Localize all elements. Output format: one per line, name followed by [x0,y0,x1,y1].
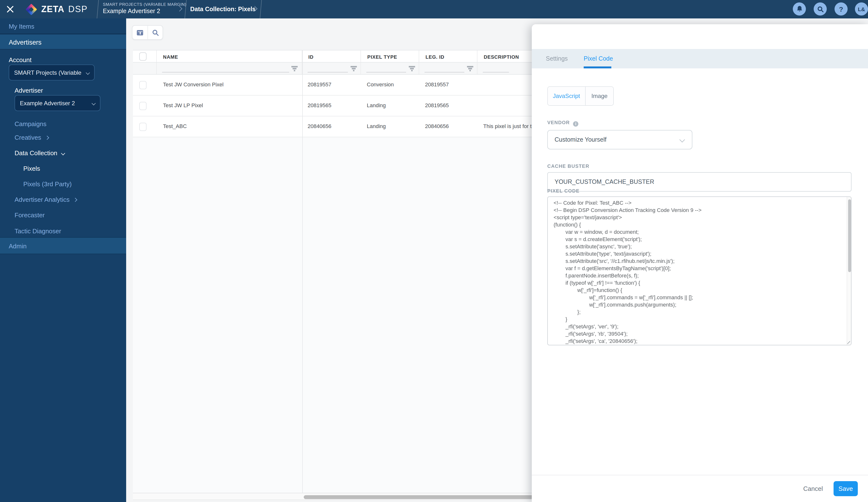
close-icon[interactable] [6,5,14,13]
top-bar: ZETA DSP SMART PROJECTS (VARIABLE MARGIN… [0,0,868,19]
filter-icon[interactable] [350,66,356,71]
tab-pixel-code[interactable]: Pixel Code [584,49,613,69]
tab-settings[interactable]: Settings [546,49,568,69]
advertiser-select-value: Example Advertiser 2 [20,100,75,106]
account-select-value: SMART Projects (Variable M... [14,69,82,76]
column-settings-button[interactable] [133,26,147,39]
cell-leg-id: 20819557 [425,82,449,87]
filter-input[interactable] [162,72,289,73]
bell-icon [796,5,803,13]
brand-logo[interactable]: ZETA DSP [27,0,87,19]
breadcrumb-divider [97,0,99,19]
app-root: ZETA DSP SMART PROJECTS (VARIABLE MARGIN… [0,0,868,502]
sidebar-item-advertisers[interactable]: Advertisers [0,34,126,50]
header-cell-leg-id[interactable]: LEG. ID [419,51,477,62]
code-type-image-button[interactable]: Image [586,87,613,105]
sidebar-item-campaigns[interactable]: Campaigns [14,120,46,127]
brand-dsp: DSP [68,4,87,14]
header-cell-id[interactable]: ID [302,51,361,62]
code-scrollbar-thumb[interactable] [848,199,851,272]
cell-leg-id: 20840656 [425,123,449,129]
advertiser-select[interactable]: Example Advertiser 2 [14,95,101,111]
global-search-button[interactable] [814,2,827,15]
help-button[interactable]: ? [835,2,848,15]
sidebar-item-data-collection[interactable]: Data Collection [14,149,64,157]
pixel-code-textarea[interactable]: <!-- Code for Pixel: Test_ABC --> <!-- B… [547,197,851,345]
sidebar-item-tactic-diagnoser[interactable]: Tactic Diagnoser [14,228,61,235]
resize-handle-icon[interactable] [846,339,850,344]
row-checkbox[interactable] [139,81,146,89]
row-checkbox[interactable] [139,123,146,131]
vendor-select[interactable]: Customize Yourself [547,130,692,149]
filter-icon[interactable] [291,66,298,71]
panel-tabs: Settings Pixel Code [532,49,868,69]
notifications-button[interactable] [793,2,806,15]
sidebar-item-forecaster[interactable]: Forecaster [14,211,45,219]
sidebar-item-pixels[interactable]: Pixels [23,165,40,172]
sidebar-item-label: Campaigns [14,120,46,127]
sidebar-item-label: Data Collection [14,149,57,157]
filter-input[interactable] [366,72,406,73]
filter-input[interactable] [425,72,464,73]
info-icon[interactable]: i [573,121,579,127]
filter-cell-name[interactable] [157,63,302,74]
filter-cell-pixel-type[interactable] [361,63,419,74]
column-label: LEG. ID [425,54,444,60]
pixel-detail-panel: Pixel: Test_ABC Settings Pixel Code Java… [532,24,868,502]
save-button[interactable]: Save [834,481,858,496]
columns-icon [137,30,143,35]
filter-icon[interactable] [467,66,473,71]
account-select[interactable]: SMART Projects (Variable M... [9,64,95,81]
header-cell-name[interactable]: NAME [157,51,302,62]
select-all-checkbox[interactable] [139,52,146,61]
filter-icon[interactable] [409,66,415,71]
sidebar-item-label: Forecaster [14,211,45,219]
pinned-column-divider [302,50,302,500]
account-label: Account [9,56,32,64]
code-scrollbar-track [847,197,851,345]
filter-cell-leg-id[interactable] [419,63,477,74]
breadcrumb-advertiser[interactable]: SMART PROJECTS (VARIABLE MARGIN) Example… [103,2,186,14]
sidebar-item-label: Pixels (3rd Party) [23,180,72,188]
sidebar-item-creatives[interactable]: Creatives [14,134,49,141]
search-icon [817,6,824,12]
sidebar: My Items Advertisers Account SMART Proje… [0,19,126,502]
sidebar-item-advertiser-analytics[interactable]: Advertiser Analytics [14,196,77,203]
code-type-javascript-button[interactable]: JavaScript [548,87,586,105]
filter-cell-id[interactable] [302,63,361,74]
horizontal-scrollbar[interactable] [304,495,537,499]
cell-leg-id: 20819565 [425,102,449,108]
cell-pixel-type: Landing [367,123,386,129]
cell-name: Test JW Conversion Pixel [163,82,224,87]
cell-name: Test_ABC [163,123,187,129]
sidebar-item-my-items[interactable]: My Items [0,19,126,34]
sidebar-item-admin[interactable]: Admin [0,237,126,254]
breadcrumb-page[interactable]: Data Collection: Pixels [190,0,256,19]
cell-id: 20819565 [308,102,331,108]
sidebar-item-pixels-3rd-party[interactable]: Pixels (3rd Party) [23,180,72,188]
header-cell-pixel-type[interactable]: PIXEL TYPE [361,51,419,62]
cache-buster-value: YOUR_CUSTOM_CACHE_BUSTER [555,178,654,185]
header-checkbox-cell [133,51,157,62]
filter-input[interactable] [307,72,348,73]
tab-label: Settings [546,55,568,62]
filter-checkbox-cell [133,63,157,74]
column-label: DESCRIPTION [484,54,519,60]
cancel-button[interactable]: Cancel [803,485,823,492]
breadcrumb-account-label: SMART PROJECTS (VARIABLE MARGIN) [103,2,186,7]
search-icon [152,29,159,36]
breadcrumb-divider [260,0,262,19]
table-search-button[interactable] [147,26,163,39]
filter-input[interactable] [483,72,509,73]
avatar[interactable]: L& [855,2,868,15]
cache-buster-input[interactable]: YOUR_CUSTOM_CACHE_BUSTER [547,172,851,191]
button-label: JavaScript [553,93,580,100]
panel-footer: Cancel Save [532,475,868,502]
sidebar-item-label: Advertiser Analytics [14,196,70,203]
chevron-down-icon [680,137,685,143]
column-label: PIXEL TYPE [367,54,397,60]
row-checkbox[interactable] [139,102,146,110]
sidebar-item-label: Advertisers [9,39,41,46]
chevron-right-icon [45,136,49,140]
vendor-label: VENDORi [547,120,579,127]
